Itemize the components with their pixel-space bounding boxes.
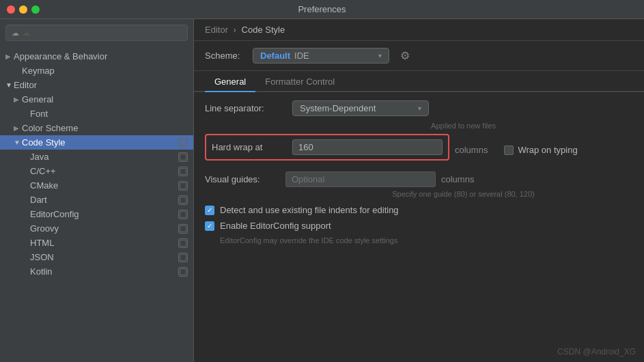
copy-icon [178,167,188,176]
breadcrumb-parent: Editor [205,25,228,35]
sidebar-item-label: JSON [30,252,176,262]
scheme-label: Scheme: [205,51,246,61]
sidebar-item-label: Java [30,152,176,162]
line-separator-label: Line separator: [205,103,287,113]
chevron-down-icon: ▾ [418,105,421,112]
copy-icon [178,195,188,205]
copy-icon [178,138,188,148]
search-placeholder: ☁ [22,28,30,38]
window-title: Preferences [298,4,346,14]
sidebar-item-code-style[interactable]: ▼ Code Style [0,135,193,150]
copy-icon [178,253,188,262]
titlebar: Preferences [0,0,644,19]
copy-icon [178,210,188,219]
scheme-row: Scheme: Default IDE ▾ ⚙ [194,41,644,71]
sidebar-item-label: C/C++ [30,166,176,176]
editorconfig-label: Enable EditorConfig support [220,221,331,231]
scheme-ide-label: IDE [294,51,309,61]
watermark: CSDN @Android_XG [557,347,636,357]
arrow-icon: ▶ [14,96,22,103]
sidebar-item-dart[interactable]: Dart [0,193,193,207]
tabs-row: General Formatter Control [194,71,644,92]
detect-indents-checkbox[interactable]: ✓ [205,206,214,215]
sidebar-item-label: Dart [30,195,176,205]
gear-button[interactable]: ⚙ [396,48,414,64]
copy-icon [178,238,188,248]
line-separator-hint: Applied to new files [294,122,633,130]
copy-icon [178,152,188,162]
window-controls [7,5,40,14]
copy-icon [178,181,188,191]
sidebar-item-general[interactable]: ▶ General [0,92,193,107]
sidebar-item-html[interactable]: HTML [0,236,193,250]
sidebar-item-kotlin[interactable]: Kotlin [0,264,193,279]
editorconfig-hint: EditorConfig may override the IDE code s… [220,236,633,245]
line-separator-row: Line separator: System-Dependent ▾ [205,100,633,116]
sidebar-item-java[interactable]: Java [0,150,193,164]
sidebar-tree: ▶ Appearance & Behavior Keymap ▼ Editor … [0,46,193,362]
tab-formatter-control[interactable]: Formatter Control [255,71,344,92]
hard-wrap-label: Hard wrap at [212,142,287,152]
sidebar-item-color-scheme[interactable]: ▶ Color Scheme [0,121,193,135]
arrow-icon: ▶ [14,124,22,132]
detect-indents-row: ✓ Detect and use existing file indents f… [205,205,633,215]
sidebar-item-label: General [22,94,188,105]
maximize-button[interactable] [31,5,40,14]
visual-guides-row: Visual guides: columns [205,171,633,187]
visual-guides-hint: Specify one guide (80) or several (80, 1… [294,190,633,198]
editorconfig-row: ✓ Enable EditorConfig support [205,221,633,231]
scheme-dropdown[interactable]: Default IDE ▾ [253,48,389,64]
hard-wrap-box: Hard wrap at [205,134,449,161]
sidebar: ☁ ☁ ▶ Appearance & Behavior Keymap ▼ Edi… [0,19,194,362]
sidebar-item-appearance-behavior[interactable]: ▶ Appearance & Behavior [0,49,193,64]
visual-guides-label: Visual guides: [205,174,280,184]
sidebar-item-label: Groovy [30,223,176,234]
copy-icon [178,224,188,234]
arrow-icon: ▶ [5,53,14,60]
sidebar-item-cpp[interactable]: C/C++ [0,164,193,178]
visual-guides-input[interactable] [285,171,436,187]
sidebar-item-keymap[interactable]: Keymap [0,64,193,78]
hard-wrap-input[interactable] [292,139,443,155]
sidebar-item-label: Keymap [22,66,188,76]
main-layout: ☁ ☁ ▶ Appearance & Behavior Keymap ▼ Edi… [0,19,644,362]
line-separator-dropdown[interactable]: System-Dependent ▾ [292,100,429,116]
columns-label: columns [455,145,488,155]
tab-general[interactable]: General [205,71,255,92]
sidebar-item-label: EditorConfig [30,209,176,219]
arrow-icon: ▼ [5,81,14,89]
chevron-down-icon: ▾ [378,52,382,59]
sidebar-item-cmake[interactable]: CMake [0,178,193,193]
sidebar-item-font[interactable]: Font [0,107,193,121]
scheme-default-label: Default [260,51,290,61]
line-separator-value: System-Dependent [300,103,376,113]
hard-wrap-full-row: Hard wrap at columns Wrap on typing [205,134,633,166]
sidebar-item-label: Color Scheme [22,123,188,133]
detect-indents-label: Detect and use existing file indents for… [220,205,399,215]
minimize-button[interactable] [19,5,27,14]
sidebar-item-label: CMake [30,180,176,191]
breadcrumb-separator: › [234,25,236,35]
sidebar-item-json[interactable]: JSON [0,250,193,264]
wrap-on-typing-checkbox[interactable] [504,145,514,155]
wrap-on-typing-label: Wrap on typing [518,145,577,155]
content-area: Editor › Code Style Scheme: Default IDE … [194,19,644,362]
visual-guides-columns-label: columns [441,174,474,184]
breadcrumb: Editor › Code Style [194,19,644,41]
search-bar[interactable]: ☁ ☁ [5,25,188,41]
sidebar-item-label: Editor [14,80,188,90]
editorconfig-checkbox[interactable]: ✓ [205,221,214,231]
sidebar-item-label: Kotlin [30,266,176,277]
sidebar-item-label: Code Style [22,137,176,148]
sidebar-item-label: HTML [30,238,176,248]
sidebar-item-groovy[interactable]: Groovy [0,221,193,236]
settings-content: Line separator: System-Dependent ▾ Appli… [194,92,644,362]
sidebar-item-editor[interactable]: ▼ Editor [0,78,193,92]
copy-icon [178,267,188,277]
sidebar-item-label: Font [30,109,188,119]
sidebar-item-editorconfig[interactable]: EditorConfig [0,207,193,221]
search-icon: ☁ [12,29,19,38]
sidebar-item-label: Appearance & Behavior [14,51,188,61]
close-button[interactable] [7,5,15,14]
arrow-icon: ▼ [14,139,22,146]
